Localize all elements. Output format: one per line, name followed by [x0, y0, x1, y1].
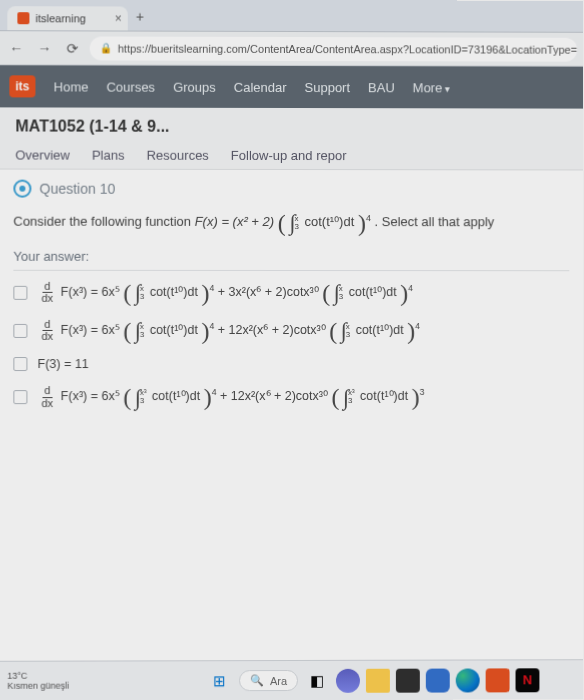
tab-plans[interactable]: Plans [92, 142, 125, 169]
d-den: dx [39, 398, 55, 410]
netflix-icon[interactable]: N [516, 668, 540, 692]
b: cot(t¹⁰)dt [360, 389, 408, 403]
app-logo[interactable]: its [9, 75, 35, 97]
m: + 12x²(x⁶ + 2)cotx³⁰ [218, 323, 326, 337]
tab-title: itslearning [35, 12, 85, 24]
opt1-lead: F(x³) = 6x⁵ [61, 285, 120, 299]
checkbox[interactable] [13, 390, 27, 404]
question-label: Question 10 [39, 181, 115, 197]
reload-button[interactable]: ⟳ [62, 37, 84, 59]
m: + 3x²(x⁶ + 2)cotx³⁰ [218, 285, 319, 299]
checkbox[interactable] [13, 357, 27, 371]
answer-options: ddx F(x³) = 6x⁵ ( ∫x3 cot(t¹⁰)dt )4 + 3x… [13, 281, 569, 410]
p: 4 [415, 321, 420, 331]
taskbar: 13°C Kısmen güneşli ⊞ 🔍 Ara ◧ N [0, 659, 583, 700]
stem-prefix: Consider the following function [13, 214, 194, 229]
option-math: ddx F(x³) = 6x⁵ ( ∫x3 cot(t¹⁰)dt )4 + 3x… [37, 281, 413, 305]
p: 4 [408, 283, 413, 293]
tab-resources[interactable]: Resources [147, 142, 209, 169]
address-bar: ← → ⟳ 🔒 https://bueritslearning.com/Cont… [0, 31, 583, 67]
d-den: dx [39, 331, 55, 343]
stem-math: F(x) = (x² + 2) ( ∫ x 3 cot(t¹⁰)dt )4 [195, 214, 375, 229]
option-2[interactable]: ddx F(x³) = 6x⁵ ( ∫x3 cot(t¹⁰)dt )4 + 12… [13, 319, 569, 343]
p: 4 [212, 387, 217, 397]
taskbar-search[interactable]: 🔍 Ara [239, 670, 298, 691]
task-view-icon[interactable]: ◧ [304, 667, 330, 693]
stem-fx: F(x) = (x² + 2) [195, 214, 275, 229]
p: 4 [209, 321, 214, 331]
search-placeholder: Ara [270, 675, 287, 687]
close-icon[interactable]: × [115, 11, 122, 25]
weather-widget[interactable]: 13°C Kısmen güneşli [7, 671, 69, 691]
lock-icon: 🔒 [100, 42, 112, 53]
forward-button[interactable]: → [33, 37, 55, 59]
b: cot(t¹⁰)dt [349, 285, 397, 299]
app-navbar: its Home Courses Groups Calendar Support… [0, 65, 583, 108]
app-icon[interactable] [396, 668, 420, 692]
edge-icon[interactable] [456, 668, 480, 692]
b: cot(t¹⁰)dt [356, 323, 404, 337]
taskbar-center: ⊞ 🔍 Ara ◧ N [207, 667, 540, 694]
question-stem: Consider the following function F(x) = (… [13, 212, 569, 233]
course-tabs: Overview Plans Resources Follow-up and r… [15, 141, 567, 169]
checkbox[interactable] [13, 286, 27, 300]
p: 4 [209, 283, 214, 293]
b: cot(t¹⁰)dt [152, 389, 200, 403]
option-4[interactable]: ddx F(x³) = 6x⁵ ( ∫x³3 cot(t¹⁰)dt )4 + 1… [13, 385, 569, 409]
p: 3 [419, 387, 424, 397]
nav-bau[interactable]: BAU [368, 80, 395, 95]
opt2-lead: F(x³) = 6x⁵ [61, 323, 120, 337]
search-icon: 🔍 [250, 674, 264, 687]
checkbox[interactable] [13, 324, 27, 338]
app-icon[interactable] [426, 668, 450, 692]
browser-tab[interactable]: itslearning × [7, 6, 127, 30]
weather-cond: Kısmen güneşli [7, 681, 69, 691]
back-button[interactable]: ← [5, 37, 27, 59]
stem-pow: 4 [366, 213, 371, 223]
nav-support[interactable]: Support [305, 80, 351, 95]
option-math: F(3) = 11 [37, 357, 88, 371]
opt4-lead: F(x³) = 6x⁵ [61, 389, 120, 403]
option-math: ddx F(x³) = 6x⁵ ( ∫x³3 cot(t¹⁰)dt )4 + 1… [37, 385, 424, 409]
option-math: ddx F(x³) = 6x⁵ ( ∫x3 cot(t¹⁰)dt )4 + 12… [37, 319, 419, 343]
chat-icon[interactable] [336, 668, 360, 692]
course-header: MAT1052 (1-14 & 9... Overview Plans Reso… [0, 107, 583, 170]
tab-followup[interactable]: Follow-up and repor [231, 142, 347, 169]
new-tab-button[interactable]: + [128, 3, 152, 31]
nav-home[interactable]: Home [54, 79, 89, 94]
start-button[interactable]: ⊞ [207, 668, 233, 694]
int-body: cot(t¹⁰)dt [304, 214, 354, 229]
app-icon[interactable] [486, 668, 510, 692]
url-text: https://bueritslearning.com/ContentArea/… [118, 42, 577, 55]
b: cot(t¹⁰)dt [150, 285, 198, 299]
question-content: Question 10 Consider the following funct… [0, 170, 583, 420]
nav-courses[interactable]: Courses [106, 79, 155, 94]
option-1[interactable]: ddx F(x³) = 6x⁵ ( ∫x3 cot(t¹⁰)dt )4 + 3x… [13, 281, 569, 305]
m: + 12x²(x⁶ + 2)cotx³⁰ [220, 389, 328, 403]
your-answer-label: Your answer: [13, 249, 569, 271]
nav-groups[interactable]: Groups [173, 79, 216, 94]
tab-overview[interactable]: Overview [15, 141, 69, 168]
course-title: MAT1052 (1-14 & 9... [15, 117, 567, 142]
browser-tab-strip: itslearning × + [0, 0, 583, 33]
question-icon [13, 180, 31, 198]
question-header: Question 10 [13, 180, 569, 199]
option-3[interactable]: F(3) = 11 [13, 357, 569, 371]
nav-calendar[interactable]: Calendar [234, 79, 287, 94]
d-den: dx [39, 293, 55, 305]
b: cot(t¹⁰)dt [150, 323, 198, 337]
url-field[interactable]: 🔒 https://bueritslearning.com/ContentAre… [90, 36, 578, 61]
d-num: d [42, 385, 52, 398]
explorer-icon[interactable] [366, 668, 390, 692]
nav-more[interactable]: More [413, 80, 450, 95]
stem-suffix: . Select all that apply [375, 214, 495, 229]
tab-favicon [17, 12, 29, 24]
